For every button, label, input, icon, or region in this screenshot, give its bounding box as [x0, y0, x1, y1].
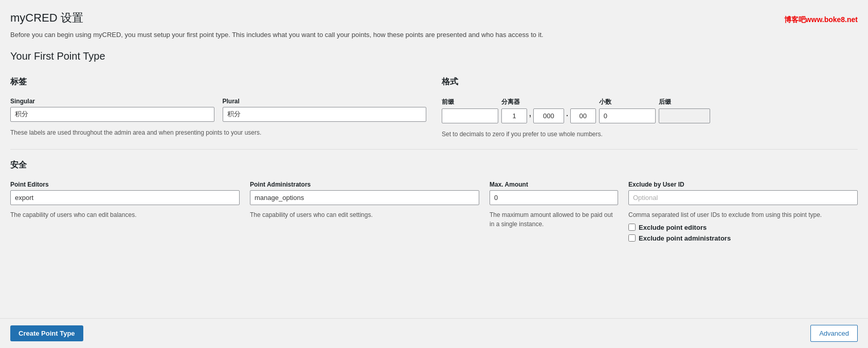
- separator-label: 分离器: [501, 98, 596, 106]
- suffix-input[interactable]: [659, 108, 710, 123]
- point-editors-group: Point Editors The capability of users wh…: [10, 181, 240, 245]
- labels-heading: 标签: [10, 77, 426, 89]
- point-admins-group: Point Administrators The capability of u…: [250, 181, 479, 245]
- separator-group: 分离器 , .: [501, 98, 596, 123]
- point-editors-note: The capability of users who can edit bal…: [10, 210, 240, 219]
- exclude-label: Exclude by User ID: [628, 181, 858, 188]
- footer-bar: Create Point Type Advanced: [0, 318, 868, 348]
- suffix-label: 后缀: [659, 98, 710, 106]
- labels-section: 标签 Singular Plural These labels are used…: [10, 77, 426, 139]
- singular-input[interactable]: [10, 107, 214, 122]
- plural-label: Plural: [223, 98, 427, 105]
- main-layout: 标签 Singular Plural These labels are used…: [10, 77, 858, 139]
- point-admins-note: The capability of users who can edit set…: [250, 210, 479, 219]
- max-amount-label: Max. Amount: [490, 181, 618, 188]
- point-admins-label: Point Administrators: [250, 181, 479, 188]
- exclude-admins-label: Exclude point administrators: [639, 234, 731, 242]
- sep-dot: .: [566, 109, 568, 122]
- plural-field-group: Plural: [223, 98, 427, 122]
- exclude-editors-checkbox[interactable]: [628, 224, 636, 231]
- max-amount-input[interactable]: [490, 190, 618, 205]
- intro-text: Before you can begin using myCRED, you m…: [10, 30, 858, 40]
- prefix-input[interactable]: [442, 108, 498, 123]
- page-title: myCRED 设置: [10, 10, 858, 26]
- format-field-row: 前缀 分离器 , . 小数: [442, 98, 858, 123]
- prefix-group: 前缀: [442, 98, 498, 123]
- exclude-input[interactable]: [628, 190, 858, 205]
- exclude-editors-label: Exclude point editors: [639, 224, 707, 231]
- sep-val3-input[interactable]: [570, 108, 596, 123]
- create-point-type-button[interactable]: Create Point Type: [10, 325, 83, 341]
- first-point-type-heading: Your First Point Type: [10, 50, 858, 66]
- labels-note: These labels are used throughout the adm…: [10, 128, 426, 137]
- watermark: 博客吧www.boke8.net: [784, 15, 858, 25]
- plural-input[interactable]: [223, 107, 427, 122]
- security-section: 安全 Point Editors The capability of users…: [10, 160, 858, 245]
- sep-val2-input[interactable]: [533, 108, 564, 123]
- format-section: 格式 前缀 分离器 , .: [442, 77, 858, 139]
- decimals-group: 小数: [599, 98, 656, 123]
- advanced-button[interactable]: Advanced: [810, 325, 858, 342]
- point-editors-label: Point Editors: [10, 181, 240, 188]
- sep-val1-input[interactable]: [501, 108, 527, 123]
- singular-field-group: Singular: [10, 98, 214, 122]
- max-amount-note: The maximum amount allowed to be paid ou…: [490, 210, 618, 229]
- checkbox-row-1: Exclude point editors: [628, 224, 858, 231]
- point-admins-input[interactable]: [250, 190, 479, 205]
- exclude-group: Exclude by User ID Comma separated list …: [628, 181, 858, 245]
- format-note: Set to decimals to zero if you prefer to…: [442, 130, 858, 139]
- labels-field-row: Singular Plural: [10, 98, 426, 122]
- decimals-label: 小数: [599, 98, 656, 106]
- exclude-note: Comma separated list of user IDs to excl…: [628, 210, 858, 219]
- divider-1: [10, 149, 858, 150]
- checkbox-row-2: Exclude point administrators: [628, 234, 858, 242]
- sep-comma: ,: [529, 109, 531, 122]
- max-amount-group: Max. Amount The maximum amount allowed t…: [490, 181, 618, 245]
- exclude-admins-checkbox[interactable]: [628, 234, 636, 242]
- page-wrapper: myCRED 设置 博客吧www.boke8.net Before you ca…: [0, 0, 868, 297]
- prefix-label: 前缀: [442, 98, 498, 106]
- singular-label: Singular: [10, 98, 214, 105]
- security-fields-row: Point Editors The capability of users wh…: [10, 181, 858, 245]
- security-heading: 安全: [10, 160, 858, 173]
- point-editors-input[interactable]: [10, 190, 240, 205]
- suffix-group: 后缀: [659, 98, 710, 123]
- decimals-input[interactable]: [599, 108, 656, 123]
- format-heading: 格式: [442, 77, 858, 89]
